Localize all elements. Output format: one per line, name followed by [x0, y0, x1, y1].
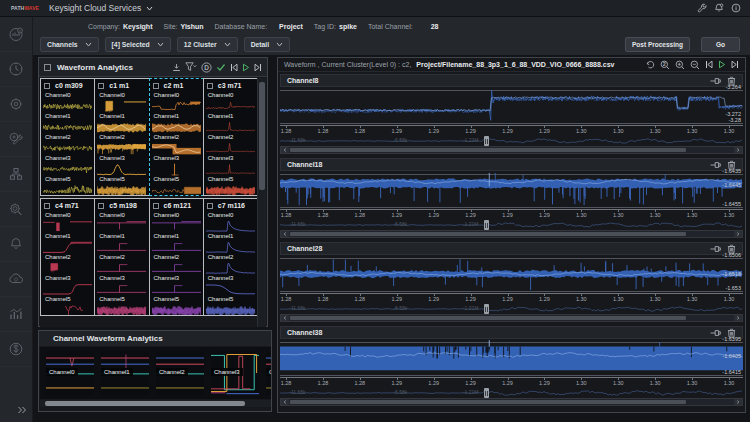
minimap-slider-handle[interactable]	[484, 388, 489, 398]
pin-icon[interactable]	[710, 77, 721, 85]
scrollbar-thumb[interactable]	[290, 316, 686, 320]
sidebar-item-8[interactable]	[0, 262, 32, 297]
cluster-checkbox[interactable]	[98, 83, 104, 89]
sidebar-item-10[interactable]	[0, 332, 32, 367]
app-menu-dropdown[interactable]: Keysight Cloud Services	[49, 3, 153, 13]
waveform-minimap[interactable]: -11.68k-6.58k-1.21M	[280, 220, 743, 230]
play-icon[interactable]	[242, 63, 250, 72]
zoom-out-icon[interactable]	[690, 60, 700, 70]
scrollbar-thumb[interactable]	[259, 82, 265, 190]
x-axis-tick-label: 1.29	[428, 212, 439, 218]
sidebar-item-2[interactable]	[0, 52, 32, 87]
channel-scrollbar[interactable]	[280, 146, 743, 154]
sidebar-item-6[interactable]	[0, 192, 32, 227]
cluster-card-c0[interactable]: c0 m309Channel0Channel1Channel2Channel3C…	[40, 78, 95, 196]
cluster-card-c1[interactable]: c1 m1Channel0Channel1Channel2Channel3Cha…	[94, 78, 149, 196]
scrollbar-thumb[interactable]	[290, 400, 686, 404]
channel-thumbnail-Channel5[interactable]: Channel5	[266, 351, 272, 395]
waveform-plot[interactable]: -1.6435-1.6445-1.6455	[280, 171, 743, 209]
minimap-slider-handle[interactable]	[484, 220, 489, 230]
waveform-minimap[interactable]: -11.68k-6.58k-1.21M	[280, 136, 743, 146]
cluster-checkbox[interactable]	[98, 203, 104, 209]
cluster-card-c6[interactable]: c6 m121Channel0Channel1Channel2Channel3C…	[149, 198, 204, 316]
d-circle-icon[interactable]: D	[201, 62, 212, 73]
cluster-grid-scrollbar[interactable]	[257, 78, 266, 327]
undo-icon[interactable]	[646, 60, 655, 69]
sidebar-item-1[interactable]	[0, 17, 32, 52]
cluster-card-c3[interactable]: c3 m71Channel0Channel1Channel2Channel3Ch…	[203, 78, 258, 196]
scroll-right-arrow[interactable]	[734, 231, 742, 237]
skip-forward-icon[interactable]	[731, 60, 739, 69]
sidebar-item-9[interactable]	[0, 297, 32, 332]
scroll-left-arrow[interactable]	[281, 315, 289, 321]
selected-dropdown[interactable]: [4] Selected	[105, 37, 171, 52]
pin-icon[interactable]	[710, 329, 721, 337]
mini-waveform-plot	[206, 303, 255, 316]
zoom-in-icon[interactable]	[675, 60, 685, 70]
cluster-card-c4[interactable]: c4 m71Channel0Channel1Channel2Channel3Ch…	[40, 198, 95, 316]
minimap-slider-handle[interactable]	[484, 304, 489, 314]
mini-channel-Channel5: Channel5	[41, 176, 94, 196]
channels-dropdown[interactable]: Channels	[40, 37, 99, 52]
bell-icon[interactable]	[714, 3, 724, 13]
sidebar-item-4[interactable]	[0, 122, 32, 157]
scroll-right-arrow[interactable]	[734, 399, 742, 405]
sidebar-item-5[interactable]	[0, 157, 32, 192]
play-icon[interactable]	[718, 60, 726, 69]
scroll-left-arrow[interactable]	[281, 231, 289, 237]
waveform-plot[interactable]: -1.6395-1.6405-1.6415	[280, 339, 743, 377]
waveform-minimap[interactable]: -11.68k-6.58k-1.21M	[280, 304, 743, 314]
cluster-checkbox[interactable]	[44, 203, 50, 209]
cluster-card-c7[interactable]: c7 m116Channel0Channel1Channel2Channel3C…	[203, 198, 258, 316]
skip-back-icon[interactable]	[230, 63, 238, 72]
channel-scrollbar[interactable]	[280, 398, 743, 406]
cluster-card-c2[interactable]: c2 m1Channel0Channel1Channel2Channel3Cha…	[149, 78, 204, 196]
thumbnail-strip-scrollbar[interactable]	[40, 400, 272, 407]
select-all-checkbox[interactable]	[44, 64, 51, 71]
wrench-icon[interactable]	[697, 3, 707, 13]
x-axis-tick-label: 1.29	[391, 212, 402, 218]
skip-back-icon[interactable]	[705, 60, 713, 69]
scroll-right-arrow[interactable]	[734, 315, 742, 321]
scrollbar-thumb[interactable]	[45, 401, 245, 406]
cluster-checkbox[interactable]	[207, 203, 213, 209]
waveform-minimap[interactable]: -11.68k-6.58k-1.21M	[280, 388, 743, 398]
detail-dropdown[interactable]: Detail	[244, 37, 291, 52]
post-processing-button[interactable]: Post Processing	[625, 37, 690, 52]
cluster-dropdown[interactable]: 12 Cluster	[177, 37, 238, 52]
skip-forward-icon[interactable]	[254, 63, 262, 72]
scrollbar-thumb[interactable]	[290, 232, 686, 236]
scroll-right-arrow[interactable]	[734, 147, 742, 153]
download-icon[interactable]	[172, 63, 181, 72]
sidebar-item-3[interactable]	[0, 87, 32, 122]
check-icon[interactable]	[216, 63, 226, 72]
cluster-checkbox[interactable]	[207, 83, 213, 89]
x-axis-tick-label: 1.30	[650, 380, 661, 386]
sidebar-expand-button[interactable]	[0, 398, 32, 422]
minimap-slider-handle[interactable]	[484, 136, 489, 146]
channel-scrollbar[interactable]	[280, 314, 743, 322]
channel-thumbnail-Channel3[interactable]: Channel3	[211, 351, 259, 395]
waveform-plot[interactable]: -1.6506-1.6518-1.653	[280, 255, 743, 293]
scroll-left-arrow[interactable]	[281, 399, 289, 405]
cluster-grid: c0 m309Channel0Channel1Channel2Channel3C…	[40, 78, 257, 327]
scroll-left-arrow[interactable]	[281, 147, 289, 153]
channel-thumbnail-Channel2[interactable]: Channel2	[156, 351, 204, 395]
zoom-2x-icon[interactable]: 2	[660, 60, 670, 70]
filter-icon[interactable]	[185, 62, 197, 72]
channel-thumbnail-Channel1[interactable]: Channel1	[101, 351, 149, 395]
info-icon[interactable]	[731, 3, 741, 13]
cluster-checkbox[interactable]	[153, 83, 159, 89]
cluster-card-c5[interactable]: c5 m198Channel0Channel1Channel2Channel3C…	[94, 198, 149, 316]
pin-icon[interactable]	[710, 245, 721, 253]
channel-thumbnail-Channel0[interactable]: Channel0	[46, 351, 94, 395]
sidebar-item-7[interactable]	[0, 227, 32, 262]
waveform-analytics-header: Waveform Analytics D	[39, 58, 267, 77]
channel-scrollbar[interactable]	[280, 230, 743, 238]
cluster-checkbox[interactable]	[153, 203, 159, 209]
cluster-checkbox[interactable]	[44, 83, 50, 89]
waveform-plot[interactable]: -3.264-3.272-3.28	[280, 87, 743, 125]
pin-icon[interactable]	[710, 161, 721, 169]
go-button[interactable]: Go	[701, 37, 740, 52]
scrollbar-thumb[interactable]	[290, 148, 686, 152]
